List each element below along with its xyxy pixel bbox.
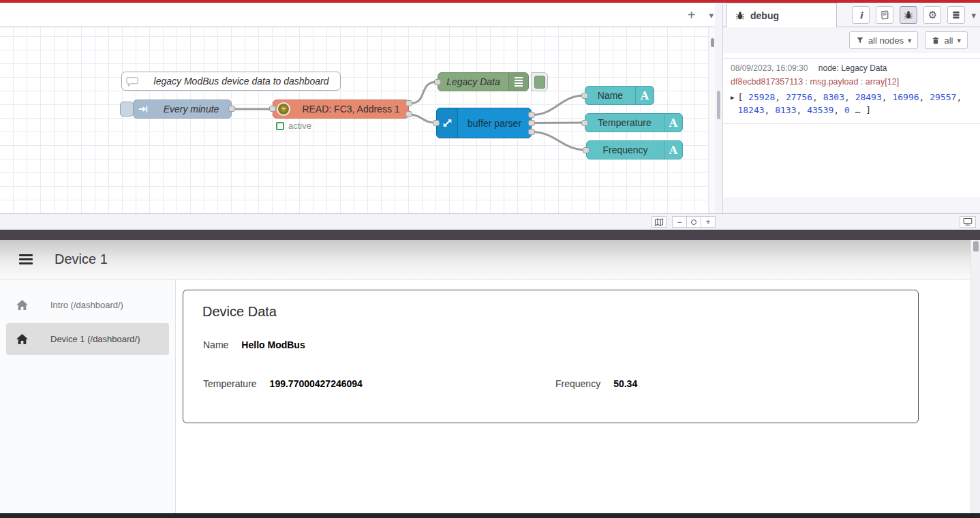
dashboard-scrollbar-thumb[interactable] (973, 241, 979, 252)
status-text: active (288, 121, 311, 131)
dashboard-scrollbar[interactable] (970, 240, 980, 513)
editor-footer: − + (0, 213, 980, 230)
dashboard-page-title: Device 1 (55, 252, 108, 267)
flow-canvas[interactable]: legacy ModBus device data to dashboard E… (0, 27, 709, 213)
debug-timestamp: 08/09/2023, 16:09:30 (731, 63, 808, 73)
debug-output-node[interactable]: Legacy Data (438, 72, 529, 91)
flow-tab-bar: + ▾ (0, 3, 723, 27)
field-label: Temperature (203, 378, 257, 389)
navigator-button[interactable] (652, 216, 667, 228)
node-status: active (276, 121, 311, 131)
flow-list-caret-icon[interactable]: ▾ (709, 10, 714, 20)
debug-message-list: 08/09/2023, 16:09:30 node: Legacy Data d… (723, 53, 980, 197)
tab-debug[interactable]: debug (726, 3, 837, 27)
debug-enable-toggle[interactable] (531, 72, 548, 91)
field-temperature: Temperature 199.77000427246094 (203, 378, 363, 389)
canvas-scrollbar[interactable] (709, 27, 715, 213)
text-a-icon: A (664, 114, 682, 132)
inject-node-label: Every minute (151, 104, 231, 115)
config-nodes-button[interactable]: ⚙ (923, 6, 941, 24)
inject-trigger-button[interactable] (120, 102, 134, 117)
node-port[interactable] (434, 79, 441, 85)
wire[interactable] (532, 132, 586, 151)
node-port[interactable] (405, 100, 412, 106)
debug-node-label: Legacy Data (438, 76, 508, 87)
debug-sidebar-button[interactable] (900, 6, 917, 24)
debug-payload-array[interactable]: [ 25928, 27756, 8303, 28493, 16996, 2955… (737, 91, 962, 117)
menu-item-label: Intro (/dashboard/) (50, 300, 123, 310)
ui-text-label: Frequency (587, 144, 664, 155)
debug-clear-label: all (944, 35, 953, 46)
monitor-icon (963, 217, 973, 226)
debug-message[interactable]: 08/09/2023, 16:09:30 node: Legacy Data d… (723, 58, 980, 124)
modbus-node-label: READ: FC3, Address 1 (294, 104, 408, 115)
node-port[interactable] (581, 93, 588, 99)
wire[interactable] (409, 115, 436, 123)
window-edge-strip (0, 230, 980, 240)
comment-node[interactable]: legacy ModBus device data to dashboard (121, 72, 341, 91)
wire[interactable] (532, 95, 585, 115)
ui-text-node-frequency[interactable]: Frequency A (586, 140, 683, 159)
info-icon: i (859, 10, 863, 20)
bug-icon (735, 11, 745, 20)
node-port[interactable] (528, 112, 535, 118)
menu-item-label: Device 1 (/dashboard/) (50, 334, 140, 344)
debug-clear-button[interactable]: all ▾ (925, 31, 968, 49)
node-port[interactable] (269, 106, 276, 112)
expand-arrows-icon (437, 108, 458, 138)
menu-item-device1[interactable]: Device 1 (/dashboard/) (6, 323, 169, 355)
buffer-parser-node[interactable]: buffer parser (436, 108, 532, 138)
comment-node-label: legacy ModBus device data to dashboard (142, 76, 340, 87)
field-value: 50.34 (613, 378, 637, 389)
expand-payload-icon[interactable]: ▶ (731, 91, 734, 117)
node-port[interactable] (528, 129, 535, 135)
separator-handle[interactable] (717, 91, 720, 119)
modbus-read-node[interactable]: ✳ READ: FC3, Address 1 (273, 100, 409, 119)
home-icon (14, 333, 29, 345)
ui-text-node-temperature[interactable]: Temperature A (585, 113, 683, 132)
text-a-icon: A (635, 87, 654, 104)
device-data-card: Device Data Name Hello ModBus Temperatur… (183, 290, 919, 423)
field-label: Name (203, 339, 228, 350)
wire[interactable] (409, 82, 438, 104)
open-debug-window-button[interactable] (960, 216, 976, 228)
canvas-scrollbar-thumb[interactable] (711, 38, 714, 47)
sidebar-separator[interactable] (715, 3, 723, 213)
field-label: Frequency (555, 378, 600, 389)
caret-down-icon: ▾ (957, 36, 961, 45)
menu-item-intro[interactable]: Intro (/dashboard/) (6, 289, 169, 321)
ui-text-node-name[interactable]: Name A (585, 86, 654, 105)
field-name: Name Hello ModBus (203, 339, 305, 350)
debug-msg-path: df8ecbd817357113 : msg.payload : array[1… (731, 77, 973, 87)
zoom-out-button[interactable]: − (672, 216, 687, 228)
node-port[interactable] (433, 120, 440, 126)
add-flow-button[interactable]: + (684, 7, 700, 23)
ui-text-label: Name (585, 90, 635, 101)
dashboard-content: Device Data Name Hello ModBus Temperatur… (176, 279, 970, 513)
window-bottom-strip (0, 513, 980, 518)
bug-icon (904, 10, 913, 20)
node-port[interactable] (528, 120, 535, 126)
field-value: 199.77000427246094 (270, 378, 363, 389)
zoom-in-button[interactable]: + (701, 216, 716, 228)
sidebar-menu-caret-icon[interactable]: ▾ (971, 10, 976, 20)
inject-node[interactable]: Every minute (133, 100, 232, 119)
node-port[interactable] (581, 120, 588, 126)
zoom-reset-button[interactable] (686, 216, 701, 228)
node-port[interactable] (405, 111, 412, 117)
info-sidebar-button[interactable]: i (852, 6, 870, 24)
zoom-reset-icon (691, 219, 696, 225)
debug-filter-button[interactable]: all nodes ▾ (849, 31, 919, 49)
menu-hamburger-button[interactable] (16, 252, 35, 267)
node-port[interactable] (228, 106, 235, 112)
node-port[interactable] (583, 147, 589, 153)
text-a-icon: A (664, 141, 682, 159)
debug-list-icon (508, 73, 528, 91)
context-data-button[interactable] (947, 6, 965, 24)
funnel-icon (856, 36, 864, 44)
speech-bubble-icon (122, 76, 142, 87)
help-sidebar-button[interactable] (876, 6, 893, 24)
debug-source-node[interactable]: node: Legacy Data (818, 63, 887, 73)
wire[interactable] (532, 123, 585, 123)
home-icon (14, 299, 29, 311)
